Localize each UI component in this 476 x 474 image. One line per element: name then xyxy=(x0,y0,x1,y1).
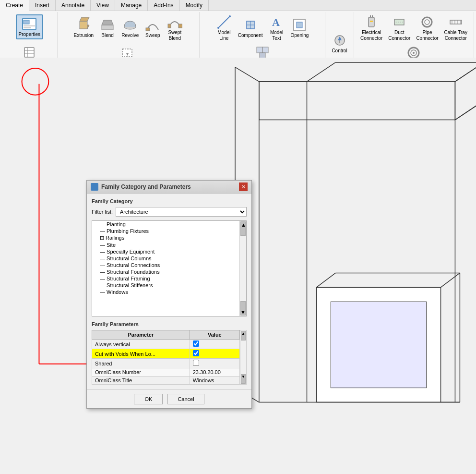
category-list[interactable]: — Planting — Plumbing Fixtures ⊞ Railing… xyxy=(92,221,239,316)
list-item-structural-stiffeners[interactable]: — Structural Stiffeners xyxy=(92,282,239,289)
param-row-always-vertical: Always vertical xyxy=(92,340,240,349)
svg-marker-55 xyxy=(259,82,455,120)
cancel-button[interactable]: Cancel xyxy=(167,394,204,404)
blend-button[interactable]: Blend xyxy=(97,16,118,40)
properties-button[interactable]: Properties xyxy=(16,14,44,39)
tab-view[interactable]: View xyxy=(91,0,115,11)
cable-tray-connector-button[interactable]: Cable TrayConnector xyxy=(442,13,470,43)
model-line-label: ModelLine xyxy=(217,30,230,41)
param-col-header: Parameter xyxy=(92,330,190,340)
svg-rect-15 xyxy=(168,24,171,28)
value-col-header: Value xyxy=(190,330,239,340)
param-name-always-vertical: Always vertical xyxy=(92,340,190,349)
svg-rect-11 xyxy=(102,25,113,30)
svg-rect-75 xyxy=(92,184,97,190)
list-item-structural-foundations[interactable]: — Structural Foundations xyxy=(92,268,239,275)
svg-rect-34 xyxy=(369,17,374,27)
svg-point-20 xyxy=(217,27,219,29)
opening-icon xyxy=(292,17,307,33)
tab-create[interactable]: Create xyxy=(0,0,29,11)
cable-tray-connector-icon xyxy=(448,14,464,30)
svg-line-62 xyxy=(235,67,259,82)
svg-rect-4 xyxy=(24,48,34,57)
param-value-shared[interactable] xyxy=(190,359,239,368)
tab-modify[interactable]: Modify xyxy=(180,0,209,11)
dialog-close-button[interactable]: ✕ xyxy=(239,182,248,191)
svg-rect-16 xyxy=(178,24,182,28)
svg-point-40 xyxy=(422,17,432,27)
pipe-connector-button[interactable]: PipeConnector xyxy=(414,13,440,43)
list-item-planting[interactable]: — Planting xyxy=(92,221,239,228)
list-item-plumbing[interactable]: — Plumbing Fixtures xyxy=(92,228,239,234)
svg-line-57 xyxy=(455,62,476,82)
svg-line-60 xyxy=(455,101,476,120)
category-list-container: — Planting — Plumbing Fixtures ⊞ Railing… xyxy=(92,220,247,316)
tab-manage[interactable]: Manage xyxy=(115,0,148,11)
sweep-label: Sweep xyxy=(145,33,160,38)
extrusion-label: Extrusion xyxy=(73,33,94,38)
duct-connector-button[interactable]: DuctConnector xyxy=(386,13,413,43)
revolve-label: Revolve xyxy=(121,33,139,38)
electrical-connector-icon xyxy=(364,14,379,30)
cut-with-voids-checkbox[interactable] xyxy=(193,350,199,356)
pipe-connector-label: PipeConnector xyxy=(416,30,438,41)
svg-marker-61 xyxy=(455,62,476,120)
control-button[interactable]: Control xyxy=(329,31,350,55)
svg-marker-54 xyxy=(259,82,307,402)
list-item-structural-framing[interactable]: — Structural Framing xyxy=(92,275,239,282)
tab-addins[interactable]: Add-Ins xyxy=(148,0,179,11)
scrollbar-up[interactable]: ▲ xyxy=(240,221,246,236)
opening-button[interactable]: Opening xyxy=(288,16,311,40)
list-item-site[interactable]: — Site xyxy=(92,242,239,248)
dialog-title: Family Category and Parameters xyxy=(101,183,239,190)
swept-blend-button[interactable]: SweptBlend xyxy=(164,13,185,43)
model-line-button[interactable]: ModelLine xyxy=(214,13,235,43)
params-scrollbar[interactable]: ▲ ▼ xyxy=(240,330,247,385)
list-item-windows[interactable]: — Windows xyxy=(92,289,239,295)
scrollbar-down[interactable]: ▼ xyxy=(240,301,246,316)
param-value-cut-with-voids[interactable] xyxy=(190,349,239,359)
component-button[interactable]: Component xyxy=(236,16,265,40)
duct-connector-icon xyxy=(392,14,407,30)
params-table: Parameter Value Always vertical xyxy=(92,330,240,385)
list-scrollbar[interactable]: ▲ ▼ xyxy=(239,221,246,316)
list-item-structural-columns[interactable]: — Structural Columns xyxy=(92,255,239,262)
tab-insert[interactable]: Insert xyxy=(29,0,56,11)
shared-checkbox[interactable] xyxy=(193,360,199,366)
list-item-railings[interactable]: ⊞ Railings xyxy=(92,234,239,242)
param-row-omniclass-number: OmniClass Number 23.30.20.00 xyxy=(92,368,240,377)
tab-annotate[interactable]: Annotate xyxy=(56,0,91,11)
cable-tray-connector-label: Cable TrayConnector xyxy=(444,30,467,41)
params-scrollbar-down[interactable]: ▼ xyxy=(241,374,246,384)
revolve-button[interactable]: Revolve xyxy=(119,16,141,40)
param-value-always-vertical[interactable] xyxy=(190,340,239,349)
param-value-omniclass-title: Windows xyxy=(190,377,239,385)
family-category-dialog: Family Category and Parameters ✕ Family … xyxy=(86,180,252,409)
filter-row: Filter list: Architecture Structure MEP … xyxy=(92,207,247,217)
param-value-omniclass-number: 23.30.20.00 xyxy=(190,368,239,377)
filter-select[interactable]: Architecture Structure MEP All xyxy=(116,207,247,217)
params-scrollbar-up[interactable]: ▲ xyxy=(241,331,246,340)
list-item-specialty[interactable]: — Specialty Equipment xyxy=(92,248,239,255)
always-vertical-checkbox[interactable] xyxy=(193,340,199,347)
svg-text:▾: ▾ xyxy=(126,51,129,57)
ok-button[interactable]: OK xyxy=(134,394,163,404)
svg-rect-28 xyxy=(257,47,262,53)
param-row-omniclass-title: OmniClass Title Windows xyxy=(92,377,240,385)
svg-rect-1 xyxy=(24,20,29,24)
electrical-connector-button[interactable]: ElectricalConnector xyxy=(358,13,385,43)
param-row-shared: Shared xyxy=(92,359,240,368)
extrusion-button[interactable]: Extrusion xyxy=(71,16,96,40)
sweep-button[interactable]: Sweep xyxy=(142,16,163,40)
properties-icon xyxy=(22,16,37,32)
model-text-button[interactable]: A ModelText xyxy=(266,13,287,43)
swept-blend-icon xyxy=(167,14,182,30)
param-name-cut-with-voids: Cut with Voids When Lo... xyxy=(92,349,190,359)
opening-label: Opening xyxy=(291,33,309,38)
list-item-structural-connections[interactable]: — Structural Connections xyxy=(92,262,239,268)
pipe-connector-icon xyxy=(419,14,435,30)
dialog-icon xyxy=(91,183,98,191)
svg-marker-10 xyxy=(80,17,89,21)
svg-point-21 xyxy=(229,15,231,17)
model-text-icon: A xyxy=(269,14,285,30)
